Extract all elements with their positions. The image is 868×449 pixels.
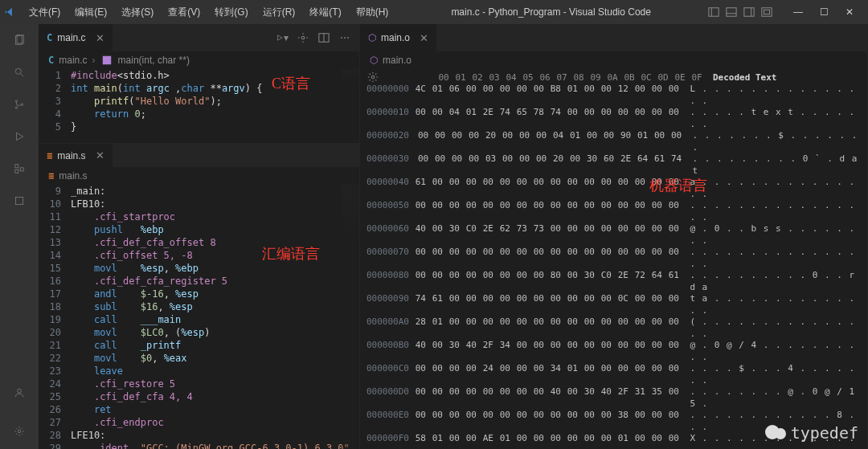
hex-row[interactable]: 000000D00000000000000000400030402F313500… (366, 386, 861, 410)
svg-rect-2 (727, 8, 736, 17)
asm-file-icon: ≡ (47, 150, 52, 161)
hex-row[interactable]: 00000010000004012E7465787400000000000000… (366, 107, 861, 130)
hex-row[interactable]: 000000800000000000000000800030C02E726461… (366, 270, 861, 293)
svg-point-10 (15, 68, 21, 74)
menu-item[interactable]: 文件(F) (23, 2, 67, 22)
tab-label: main.o (381, 32, 410, 43)
layout-panel-bottom-icon[interactable] (725, 6, 738, 18)
run-debug-icon[interactable] (10, 127, 29, 146)
tab-main-s[interactable]: ≡ main.s ✕ (39, 144, 113, 167)
decoded-header: Decoded Text (713, 72, 776, 83)
minimize-button[interactable]: — (786, 2, 810, 22)
menu-item[interactable]: 转到(G) (208, 2, 254, 22)
hex-row[interactable]: 000000300000000003000000200030602E646174… (366, 153, 861, 177)
hex-row[interactable]: 000000B0400030402F3400000000000000000000… (366, 340, 861, 363)
breadcrumb[interactable]: C main.c › main(int, char **) (39, 51, 359, 69)
hex-row[interactable]: 0000007000000000000000000000000000000000… (366, 247, 861, 270)
menu-item[interactable]: 编辑(E) (68, 2, 113, 22)
settings-gear-icon[interactable] (10, 422, 29, 441)
test-icon[interactable] (10, 191, 29, 210)
svg-point-21 (18, 430, 21, 433)
svg-marker-15 (17, 133, 23, 140)
split-icon[interactable] (317, 31, 330, 44)
function-icon (100, 54, 113, 67)
maximize-button[interactable]: ☐ (812, 2, 836, 22)
close-icon[interactable]: ✕ (96, 149, 104, 161)
close-icon[interactable]: ✕ (420, 32, 428, 44)
hex-row[interactable]: 000000004C01060000000000B801000012000000… (366, 84, 861, 107)
svg-rect-0 (709, 8, 719, 17)
svg-rect-26 (102, 55, 111, 64)
menu-item[interactable]: 运行(R) (256, 2, 302, 22)
svg-rect-8 (15, 36, 22, 45)
svg-rect-18 (20, 168, 23, 171)
svg-rect-6 (762, 8, 772, 17)
svg-point-27 (371, 76, 375, 79)
svg-point-23 (301, 36, 305, 39)
c-file-icon: C (47, 32, 52, 43)
svg-point-13 (15, 107, 17, 108)
source-control-icon[interactable] (10, 95, 29, 114)
menu-item[interactable]: 选择(S) (115, 2, 160, 22)
svg-rect-16 (15, 165, 18, 168)
menu-item[interactable]: 帮助(H) (350, 2, 395, 22)
tab-main-o[interactable]: ⬡ main.o ✕ (360, 24, 437, 51)
explorer-icon[interactable] (10, 31, 29, 50)
close-icon[interactable]: ✕ (96, 32, 104, 44)
svg-rect-17 (15, 169, 18, 173)
hex-row[interactable]: 0000002000000000200000000401000090010000… (366, 130, 861, 153)
layout-panel-right-icon[interactable] (743, 6, 755, 18)
hex-row[interactable]: 0000005000000000000000000000000000000000… (366, 200, 861, 223)
account-icon[interactable] (10, 383, 29, 402)
hex-editor[interactable]: 机器语言 000000004C01060000000000B8010000120… (360, 84, 867, 449)
layout-panel-left-icon[interactable] (707, 6, 720, 18)
window-title: main.c - Python_Program - Visual Studio … (395, 6, 707, 18)
menu-item[interactable]: 终端(T) (303, 2, 347, 22)
breadcrumb[interactable]: ≡ main.s (39, 167, 359, 185)
breadcrumb[interactable]: ⬡ main.o (360, 51, 867, 69)
menu-item[interactable]: 查看(V) (162, 2, 207, 22)
svg-rect-7 (764, 10, 770, 14)
c-file-icon: C (48, 55, 54, 66)
svg-point-12 (15, 100, 17, 102)
hex-row[interactable]: 000000C000000000240000003401000000000000… (366, 363, 861, 386)
c-editor[interactable]: C语言 1#include<stdio.h>2int main(int argc… (39, 69, 359, 143)
svg-rect-9 (17, 35, 23, 44)
vscode-logo-icon (3, 6, 16, 18)
wechat-icon (765, 423, 788, 443)
asm-file-icon: ≡ (48, 170, 54, 182)
hex-row[interactable]: 00000060400030C02E6273730000000000000000… (366, 223, 861, 247)
tab-label: main.c (57, 32, 85, 43)
configure-icon[interactable] (297, 31, 309, 44)
tab-label: main.s (57, 150, 85, 161)
svg-point-20 (18, 389, 22, 393)
run-icon[interactable]: ▾ (276, 31, 289, 44)
more-icon[interactable]: ⋯ (338, 31, 351, 44)
svg-point-14 (21, 104, 23, 105)
hex-file-icon: ⬡ (370, 55, 378, 66)
search-icon[interactable] (10, 63, 29, 82)
svg-marker-22 (278, 35, 283, 40)
svg-rect-4 (744, 8, 754, 17)
svg-line-11 (21, 74, 24, 77)
hex-row[interactable]: 0000004061000000000000000000000000000000… (366, 177, 861, 200)
hex-row[interactable]: 000000907461000000000000000000000C000000… (366, 293, 861, 316)
hex-file-icon: ⬡ (368, 32, 376, 43)
hex-row[interactable]: 000000A028010000000000000000000000000000… (366, 316, 861, 340)
close-button[interactable]: ✕ (837, 2, 862, 22)
asm-editor[interactable]: 汇编语言 9_main:10LFB10:11 .cfi_startproc12 … (39, 185, 359, 449)
watermark: typedef (765, 423, 858, 443)
settings-icon[interactable] (366, 71, 379, 84)
extensions-icon[interactable] (10, 159, 29, 178)
tab-main-c[interactable]: C main.c ✕ (39, 24, 113, 51)
layout-customize-icon[interactable] (760, 6, 773, 18)
svg-rect-19 (15, 197, 23, 204)
